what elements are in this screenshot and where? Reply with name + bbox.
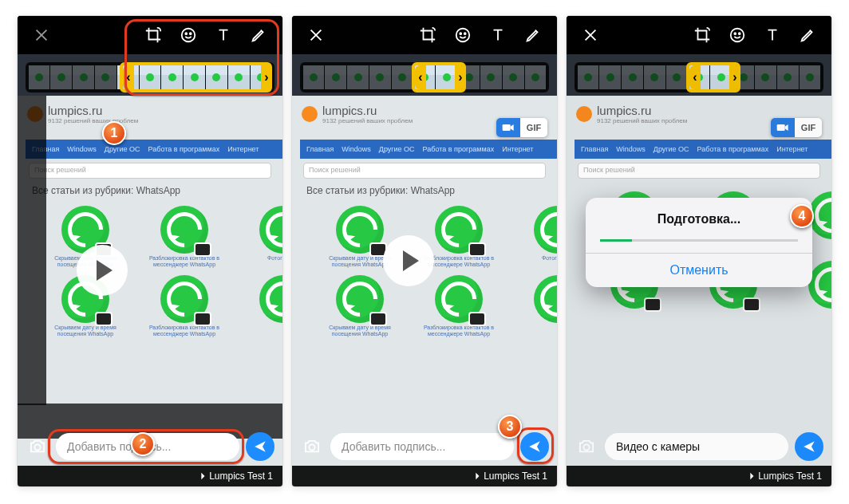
caption-placeholder: Добавить подпись... (67, 440, 171, 453)
caption-input[interactable]: Добавить подпись... (330, 433, 514, 460)
emoji-button[interactable] (447, 19, 479, 51)
svg-rect-4 (503, 124, 511, 131)
send-button[interactable] (246, 432, 274, 461)
close-icon (33, 26, 50, 44)
svg-point-5 (456, 29, 470, 42)
nav-item: Windows (67, 145, 97, 153)
site-heading: Все статьи из рубрики: WhatsApp (32, 185, 282, 196)
article-title: Скрываем дату и время посещения WhatsApp (320, 325, 400, 338)
svg-point-0 (182, 29, 195, 42)
caption-area: Добавить подпись... Lumpics Test 1 (18, 424, 282, 486)
whatsapp-icon (435, 206, 483, 254)
text-button[interactable] (482, 19, 514, 51)
text-icon (489, 26, 507, 44)
svg-point-3 (34, 444, 40, 450)
chevron-right-icon (474, 472, 480, 480)
gif-label: GIF (520, 123, 547, 132)
nav-item: Работа в программах (148, 145, 220, 153)
crop-icon (419, 26, 436, 44)
callout-2: 2 (131, 432, 155, 456)
screen-1: lumpics.ru 9132 решений ваших проблем Гл… (18, 16, 282, 486)
whatsapp-icon (259, 275, 282, 323)
close-icon (307, 26, 325, 44)
whatsapp-icon (336, 206, 384, 254)
site-heading: Все статьи из рубрики: WhatsApp (306, 185, 557, 196)
modal-progress (600, 239, 798, 242)
send-icon (253, 439, 267, 454)
site-logo-icon (302, 106, 318, 122)
whatsapp-icon (259, 206, 282, 254)
draw-button[interactable] (243, 19, 274, 51)
recipient-name: Lumpics Test 1 (209, 471, 273, 482)
site-search: Поиск решений (303, 163, 546, 179)
video-trim-bar[interactable] (26, 62, 274, 93)
camera-button[interactable] (26, 435, 49, 459)
whatsapp-icon (336, 275, 384, 323)
emoji-button[interactable] (172, 19, 204, 51)
article-title: Фотография (243, 255, 282, 262)
callout-4: 4 (790, 204, 814, 228)
site-subtitle: 9132 решений ваших проблем (322, 117, 413, 124)
close-button[interactable] (300, 19, 332, 51)
caption-placeholder: Добавить подпись... (342, 440, 445, 453)
editor-toolbar (18, 16, 282, 54)
recipient-name: Lumpics Test 1 (484, 471, 547, 482)
preparing-modal: Подготовка... Отменить (586, 198, 812, 287)
svg-point-6 (460, 33, 461, 34)
text-button[interactable] (207, 19, 239, 51)
crop-icon (144, 26, 162, 44)
site-search: Поиск решений (29, 163, 271, 179)
pencil-icon (524, 26, 542, 44)
nav-item: Интернет (502, 145, 533, 153)
callout-3: 3 (498, 415, 522, 439)
nav-item: Windows (342, 145, 371, 153)
site-title: lumpics.ru (322, 104, 413, 117)
dim-overlay (18, 96, 46, 405)
article-title: Фотография (518, 255, 557, 262)
recipient-bar[interactable]: Lumpics Test 1 (292, 466, 557, 486)
camera-icon (29, 439, 46, 454)
whatsapp-icon (160, 275, 208, 323)
camera-button[interactable] (300, 435, 324, 459)
nav-item: Другие ОС (379, 145, 415, 153)
article-title: Разблокировка контактов в мессенджере Wh… (419, 325, 499, 338)
text-icon (215, 26, 232, 44)
pencil-icon (250, 26, 267, 44)
article-title: Разблокировка контактов в мессенджере Wh… (144, 325, 224, 338)
camera-icon (303, 439, 321, 454)
chevron-right-icon (199, 472, 206, 480)
screen-3: lumpics.ru 9132 решений ваших проблем Гл… (567, 16, 831, 486)
nav-item: Работа в программах (423, 145, 495, 153)
recipient-bar[interactable]: Lumpics Test 1 (18, 466, 282, 486)
callout-1: 1 (102, 121, 126, 145)
emoji-icon (454, 26, 472, 44)
svg-point-7 (464, 33, 466, 34)
site-nav: Главная Windows Другие ОС Работа в прогр… (300, 140, 557, 159)
play-button[interactable] (383, 235, 434, 286)
whatsapp-icon (435, 275, 483, 323)
crop-button[interactable] (412, 19, 444, 51)
svg-point-2 (190, 33, 192, 34)
draw-button[interactable] (517, 19, 549, 51)
screen-2: lumpics.ru 9132 решений ваших проблем Гл… (292, 16, 557, 486)
crop-button[interactable] (137, 19, 169, 51)
play-button[interactable] (77, 245, 128, 296)
site-subtitle: 9132 решений ваших проблем (48, 117, 138, 124)
whatsapp-icon (160, 206, 208, 254)
editor-toolbar (292, 16, 557, 54)
whatsapp-icon (534, 206, 557, 254)
article-title: Разблокировка контактов в мессенджере Wh… (144, 255, 224, 269)
video-trim-bar[interactable] (300, 62, 549, 93)
svg-point-1 (185, 33, 187, 34)
site-articles-grid: Скрываем дату и время посещения WhatsApp… (316, 206, 557, 338)
close-button[interactable] (26, 19, 57, 51)
svg-point-8 (309, 444, 314, 450)
video-gif-toggle[interactable]: GIF (496, 118, 547, 137)
nav-item: Главная (306, 145, 334, 153)
article-title: Скрываем дату и время посещения WhatsApp (45, 325, 125, 338)
send-button[interactable] (520, 432, 549, 461)
modal-cancel-button[interactable]: Отменить (586, 254, 812, 287)
send-icon (527, 439, 542, 454)
nav-item: Интернет (227, 145, 259, 153)
emoji-icon (180, 26, 197, 44)
